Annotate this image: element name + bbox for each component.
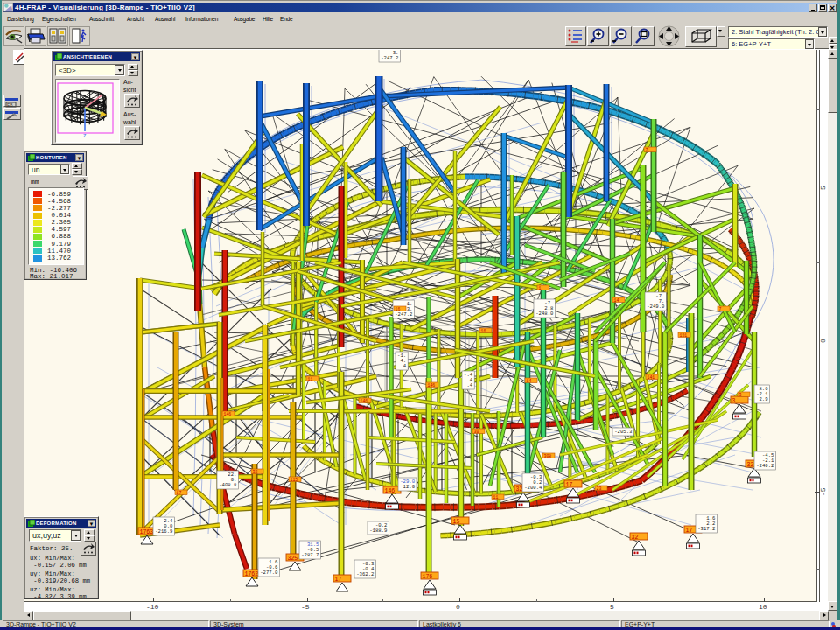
svg-text:1: 1	[539, 286, 542, 290]
svg-text:7: 7	[719, 307, 722, 312]
svg-text:.4: .4	[466, 382, 472, 388]
svg-text:2.9: 2.9	[760, 396, 768, 402]
svg-text:17: 17	[566, 482, 573, 488]
svg-text:11: 11	[308, 377, 313, 382]
svg-text:-1.: -1.	[389, 45, 398, 51]
svg-text:30: 30	[474, 430, 480, 434]
svg-text:17: 17	[686, 528, 693, 534]
svg-text:141: 141	[648, 375, 655, 380]
svg-text:14: 14	[527, 379, 532, 383]
svg-text:115: 115	[290, 478, 298, 482]
svg-text:146: 146	[360, 399, 368, 403]
svg-text:146: 146	[385, 488, 396, 494]
svg-text:1762: 1762	[245, 571, 259, 578]
svg-text:1763: 1763	[140, 529, 154, 536]
svg-text:-216.9: -216.9	[155, 528, 172, 535]
svg-text:-317.2: -317.2	[697, 526, 715, 532]
svg-text:32: 32	[747, 462, 754, 468]
svg-text:146: 146	[224, 412, 232, 416]
svg-text:7: 7	[646, 148, 648, 152]
svg-text:17: 17	[177, 491, 182, 495]
svg-text:-277.0: -277.0	[260, 570, 278, 576]
svg-text:z: z	[83, 132, 87, 138]
svg-text:176: 176	[423, 574, 433, 580]
svg-text:-205.3: -205.3	[614, 429, 632, 435]
svg-text:23: 23	[597, 486, 602, 491]
svg-text:-248.0: -248.0	[536, 311, 554, 317]
svg-text:-249.0: -249.0	[647, 304, 665, 310]
svg-text:3: 3	[739, 393, 742, 397]
svg-text:32: 32	[253, 470, 258, 474]
svg-text:-362.2: -362.2	[356, 571, 374, 578]
svg-text:16: 16	[396, 307, 401, 312]
svg-text:-408.8: -408.8	[219, 482, 236, 488]
svg-text:15: 15	[453, 519, 460, 525]
svg-text:308: 308	[544, 454, 552, 458]
svg-text:325: 325	[288, 556, 298, 562]
svg-text:-247.2: -247.2	[395, 312, 412, 318]
svg-text:32: 32	[632, 535, 639, 541]
svg-text:151: 151	[680, 333, 688, 338]
svg-text:-200.4: -200.4	[524, 485, 542, 491]
svg-text:11: 11	[494, 495, 499, 500]
svg-text:146: 146	[428, 383, 436, 388]
svg-text:14: 14	[614, 298, 620, 303]
svg-text:-287.7: -287.7	[301, 552, 318, 558]
svg-text:-247.2: -247.2	[381, 55, 398, 61]
svg-text:-240.2: -240.2	[756, 463, 774, 469]
svg-text:-188.9: -188.9	[369, 528, 387, 534]
svg-text:12.0: 12.0	[403, 484, 416, 490]
svg-text:3: 3	[732, 398, 736, 404]
svg-text:17: 17	[335, 577, 342, 583]
svg-text:16: 16	[481, 329, 486, 333]
